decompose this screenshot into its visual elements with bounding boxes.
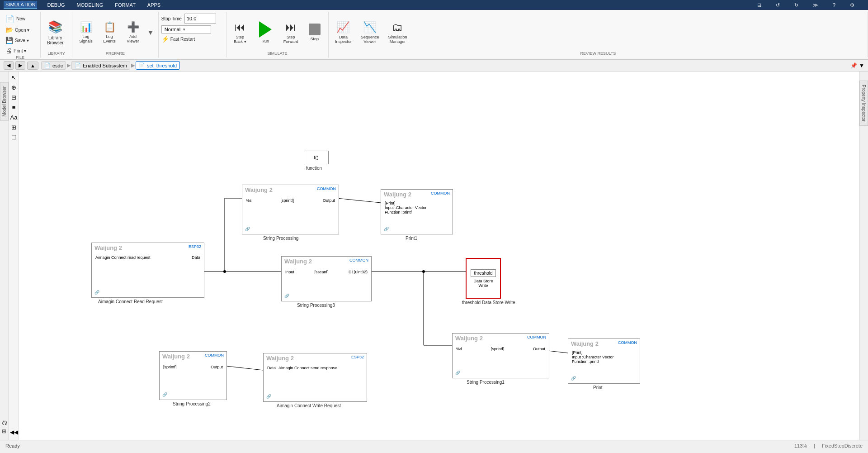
string-processing1-block[interactable]: Waijung 2 COMMON %d [sprintf] Output 🔗 bbox=[452, 333, 549, 378]
breadcrumb-esdc[interactable]: 📄 esdc bbox=[41, 61, 66, 70]
text-tool[interactable]: Aa bbox=[9, 113, 19, 122]
select-tool[interactable]: ↖ bbox=[10, 73, 17, 82]
log-events-icon: 📋 bbox=[104, 21, 116, 33]
normal-dropdown[interactable]: Normal ▼ bbox=[161, 25, 211, 33]
menu-debug[interactable]: DEBUG bbox=[45, 1, 66, 9]
stop-button[interactable]: Stop bbox=[304, 17, 326, 48]
property-inspector-tab[interactable]: Property Inspector bbox=[859, 81, 868, 126]
sequence-viewer-button[interactable]: 📉 SequenceViewer bbox=[357, 17, 383, 48]
aimagin-write-label: Aimagin Connect Write Request bbox=[277, 403, 341, 408]
string-processing2-label: String Processing2 bbox=[173, 401, 211, 406]
minimize-icon[interactable]: ⊟ bbox=[755, 1, 763, 9]
print1-block[interactable]: Waijung 2 COMMON [Print] Input :Characte… bbox=[381, 189, 453, 234]
string-processing-label: String Processing bbox=[263, 236, 298, 241]
stop-time-label: Stop Time bbox=[161, 16, 182, 21]
menu-modeling[interactable]: MODELING bbox=[75, 1, 105, 9]
undo-icon[interactable]: ↺ bbox=[774, 1, 782, 9]
prepare-section: 📊 LogSignals 📋 LogEvents ➕ AddViewer ▼ P… bbox=[72, 12, 159, 57]
print-icon: 🖨 bbox=[5, 47, 12, 54]
save-icon: 💾 bbox=[5, 37, 13, 44]
menu-apps[interactable]: APPS bbox=[146, 1, 162, 9]
zoom-in-tool[interactable]: ⊕ bbox=[10, 83, 17, 92]
sequence-viewer-icon: 📉 bbox=[363, 21, 377, 33]
breadcrumb: 📄 esdc ▶ 📄 Enabled Subsystem ▶ 📄 set_thr… bbox=[41, 61, 848, 70]
pin-icon[interactable]: 📌 bbox=[850, 62, 857, 69]
comment-tool[interactable]: ⊞ bbox=[10, 123, 17, 132]
data-inspector-icon: 📈 bbox=[336, 21, 350, 33]
run-button[interactable]: Run bbox=[253, 17, 278, 48]
function-block[interactable]: f() bbox=[304, 151, 329, 164]
zoom-out-tool[interactable]: ⊟ bbox=[10, 93, 17, 102]
hide-panel-icon[interactable]: ◀◀ bbox=[9, 428, 19, 436]
menu-format[interactable]: FORMAT bbox=[113, 1, 137, 9]
fast-restart-toggle[interactable]: ⚡ Fast Restart bbox=[161, 35, 195, 43]
zoom-fit-icon[interactable]: 🗘 bbox=[2, 420, 7, 426]
step-back-icon: ⏮ bbox=[235, 21, 245, 33]
open-icon: 📂 bbox=[5, 26, 13, 33]
string-processing-block[interactable]: Waijung 2 COMMON %s [sprintf] Output 🔗 bbox=[242, 185, 339, 234]
pan-tool[interactable]: ≡ bbox=[11, 103, 17, 112]
forward-button[interactable]: ▶ bbox=[15, 61, 25, 70]
data-store-write-label: threshold Data Store Write bbox=[462, 300, 515, 305]
main-layout: Model Browser 🗘 ⊞ ↖ ⊕ ⊟ ≡ Aa ⊞ ☐ ◀◀ bbox=[0, 72, 868, 440]
menu-simulation[interactable]: SIMULATION bbox=[4, 1, 37, 9]
prepare-label: PREPARE bbox=[75, 51, 156, 56]
library-label: LIBRARY bbox=[43, 51, 69, 56]
breadcrumb-set-threshold[interactable]: 📄 set_threshold bbox=[136, 61, 180, 70]
active-model-icon: 📄 bbox=[139, 62, 145, 68]
stoptime-section: Stop Time Normal ▼ ⚡ Fast Restart bbox=[159, 12, 226, 57]
stop-time-input[interactable] bbox=[184, 14, 216, 24]
step-forward-button[interactable]: ⏭ StepForward bbox=[280, 17, 302, 48]
breadcrumb-enabled-subsystem[interactable]: 📄 Enabled Subsystem bbox=[71, 61, 130, 70]
aimagin-read-block[interactable]: Waijung 2 ESP32 Aimagin Connect read req… bbox=[91, 243, 204, 298]
redo-icon[interactable]: ↻ bbox=[793, 1, 800, 9]
library-browser-button[interactable]: 📚 LibraryBrowser bbox=[43, 17, 67, 48]
print-button[interactable]: 🖨 Print ▾ bbox=[3, 46, 32, 55]
expand-arrow-icon[interactable]: ▼ bbox=[147, 29, 154, 36]
status-bar-right: 113% | FixedStepDiscrete bbox=[794, 443, 863, 448]
new-icon: 📄 bbox=[5, 14, 14, 23]
settings-icon[interactable]: ⚙ bbox=[848, 1, 856, 9]
fast-restart-icon: ⚡ bbox=[161, 35, 169, 43]
data-inspector-button[interactable]: 📈 DataInspector bbox=[331, 17, 355, 48]
expand-breadcrumb-icon[interactable]: ▼ bbox=[859, 62, 864, 69]
file-section: 📄 New 📂 Open ▾ 💾 Save ▾ 🖨 Print ▾ FILE bbox=[0, 12, 41, 57]
open-button[interactable]: 📂 Open ▾ bbox=[3, 25, 32, 34]
run-icon bbox=[259, 21, 272, 38]
save-button[interactable]: 💾 Save ▾ bbox=[3, 36, 32, 45]
step-forward-icon: ⏭ bbox=[285, 21, 296, 33]
new-button[interactable]: 📄 New bbox=[3, 14, 32, 24]
grid-icon[interactable]: ⊞ bbox=[2, 428, 7, 434]
data-store-write-block[interactable]: threshold Data Store Write bbox=[466, 258, 501, 299]
help-icon[interactable]: ? bbox=[831, 1, 837, 9]
library-icon: 📚 bbox=[48, 20, 62, 34]
string-processing2-block[interactable]: Waijung 2 COMMON [sprintf] Output 🔗 bbox=[159, 351, 227, 400]
back-button[interactable]: ◀ bbox=[4, 61, 14, 70]
canvas-area[interactable]: f() function Waijung 2 COMMON %s [sprint… bbox=[19, 72, 859, 440]
menu-bar: SIMULATION DEBUG MODELING FORMAT APPS ⊟ … bbox=[0, 0, 868, 10]
svg-line-12 bbox=[222, 366, 263, 370]
left-toolbar: ↖ ⊕ ⊟ ≡ Aa ⊞ ☐ ◀◀ bbox=[9, 72, 19, 440]
string-processing3-block[interactable]: Waijung 2 COMMON Input [sscanf] D1(uint3… bbox=[281, 256, 372, 301]
add-viewer-button[interactable]: ➕ AddViewer bbox=[122, 17, 144, 48]
dropdown-arrow-icon: ▼ bbox=[182, 28, 186, 32]
aimagin-read-label: Aimagin Connect Read Request bbox=[98, 299, 163, 304]
review-label: REVIEW RESULTS bbox=[331, 51, 865, 56]
svg-line-5 bbox=[337, 198, 381, 203]
log-signals-button[interactable]: 📊 LogSignals bbox=[75, 17, 97, 48]
subsystem-icon: 📄 bbox=[75, 62, 81, 68]
up-button[interactable]: ▲ bbox=[27, 62, 38, 70]
box-tool[interactable]: ☐ bbox=[10, 133, 18, 142]
status-bar: Ready 113% | FixedStepDiscrete bbox=[0, 440, 868, 451]
add-viewer-icon: ➕ bbox=[127, 21, 139, 33]
model-browser-tab[interactable]: Model Browser bbox=[0, 82, 9, 121]
print-block[interactable]: Waijung 2 COMMON [Print] Input :Characte… bbox=[568, 339, 640, 384]
step-back-button[interactable]: ⏮ StepBack ▾ bbox=[229, 17, 251, 48]
log-events-button[interactable]: 📋 LogEvents bbox=[99, 17, 120, 48]
aimagin-write-block[interactable]: Waijung 2 ESP32 Data Aimagin Connect sen… bbox=[263, 353, 367, 402]
model-icon: 📄 bbox=[44, 62, 51, 68]
more-icon[interactable]: ≫ bbox=[811, 1, 820, 9]
file-label: FILE bbox=[3, 55, 38, 60]
breadcrumb-bar: ◀ ▶ ▲ 📄 esdc ▶ 📄 Enabled Subsystem ▶ 📄 s… bbox=[0, 60, 868, 72]
simulation-manager-button[interactable]: 🗂 SimulationManager bbox=[384, 17, 410, 48]
